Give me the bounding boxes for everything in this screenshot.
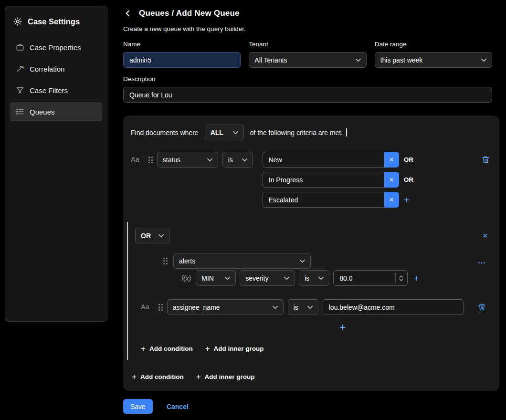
function-condition-row: f(x) MIN severity is [135,270,492,286]
app: Case Settings Case Properties Correlatio… [0,0,506,420]
chevron-down-icon [233,131,238,135]
value-row: × OR [263,172,413,188]
drag-handle-icon[interactable] [163,258,168,264]
chevron-down-icon [225,276,230,280]
subfield-select[interactable]: severity [240,270,295,286]
chevron-down-icon [158,234,164,238]
chevron-down-icon [207,158,212,162]
text-type-indicator: Aa [141,299,149,315]
condition-row-assignee: Aa assignee_name is [135,299,492,315]
save-button[interactable]: Save [123,399,153,414]
drag-handle-icon[interactable] [158,304,163,311]
add-value-button[interactable]: + [404,195,410,205]
chevron-down-icon [284,276,289,280]
assignee-field-value: assignee_name [173,304,220,311]
sidebar-item-correlation[interactable]: Correlation [10,59,102,78]
name-input[interactable] [123,52,241,68]
add-inner-group-button[interactable]: + Add inner group [205,345,264,352]
match-mode-select[interactable]: ALL [205,125,244,140]
filter-icon [16,86,24,94]
divider [144,156,144,164]
sidebar-item-case-filters[interactable]: Case Filters [10,81,102,100]
value-input[interactable] [263,172,384,188]
chevron-down-icon [307,305,313,309]
description-label: Description [123,75,492,83]
chevron-down-icon [300,259,305,263]
chevron-down-icon [356,58,361,62]
operator-select-value: is [305,274,309,282]
or-joiner-label: OR [404,156,413,163]
delete-condition-button[interactable] [482,156,490,164]
plus-icon: + [132,373,137,380]
pickaxe-icon [16,64,24,73]
function-select-value: MIN [201,274,214,282]
remove-value-button[interactable]: × [384,152,399,168]
group-add-row: + Add condition + Add inner group [135,345,492,352]
chevron-down-icon [273,305,278,309]
description-input[interactable] [123,87,492,103]
delete-condition-button[interactable] [478,303,486,311]
sidebar-item-case-properties[interactable]: Case Properties [10,38,102,57]
remove-value-button[interactable]: × [384,192,399,208]
root-add-row: + Add condition + Add inner group [131,373,492,380]
find-prefix: Find documents where [131,129,199,136]
date-range-select-value: this past week [380,56,423,64]
remove-group-button[interactable]: × [483,231,488,240]
drag-handle-icon[interactable] [148,157,153,163]
assignee-field-select[interactable]: assignee_name [167,299,284,315]
add-value-row: + [135,323,492,333]
match-mode-row: Find documents where ALL of the followin… [131,125,492,140]
field-select[interactable]: status [157,152,218,168]
query-builder: Find documents where ALL of the followin… [123,116,499,391]
assignee-value-input[interactable] [323,299,464,315]
add-condition-button[interactable]: + Add condition [132,373,184,380]
page-header: Queues / Add New Queue [123,9,499,18]
date-range-label: Date range [375,41,492,48]
value-input[interactable] [263,152,384,168]
chevron-down-icon [318,276,324,280]
value-input[interactable] [263,192,384,208]
sidebar: Case Settings Case Properties Correlatio… [5,6,107,322]
operator-select[interactable]: is [222,152,253,168]
plus-icon: + [141,345,146,352]
add-value-to-group-button[interactable]: + [339,321,346,334]
operator-select-value: is [294,304,298,311]
function-select[interactable]: MIN [196,270,236,286]
chevron-down-icon [242,158,247,162]
add-function-condition-button[interactable]: + [413,273,419,283]
condition-row-status: Aa status is × OR [131,152,492,208]
tenant-select[interactable]: All Tenants [249,52,366,68]
more-options-button[interactable]: ... [478,259,486,263]
stepper-icons[interactable] [395,273,403,284]
text-type-indicator: Aa [131,152,139,168]
list-icon [16,107,24,116]
field-select-value: status [163,156,180,164]
alerts-field-select[interactable]: alerts [173,253,311,269]
sidebar-item-label: Correlation [30,65,64,73]
operator-select-value: is [228,156,233,164]
tenant-label: Tenant [249,41,366,48]
alerts-field-value: alerts [179,257,195,265]
number-input[interactable] [339,274,395,282]
add-inner-group-button[interactable]: + Add inner group [196,373,255,380]
chevron-down-icon [481,58,486,62]
back-button[interactable] [123,9,133,18]
value-row: × OR [263,152,413,168]
group-operator-select[interactable]: OR [135,228,169,243]
sidebar-item-label: Case Filters [30,86,68,94]
sidebar-item-queues[interactable]: Queues [10,102,102,121]
gear-icon [13,17,22,26]
add-inner-group-label: Add inner group [205,373,255,380]
operator-select[interactable]: is [299,270,329,286]
add-condition-button[interactable]: + Add condition [141,345,193,352]
sidebar-header: Case Settings [10,14,102,38]
operator-select[interactable]: is [288,299,318,315]
briefcase-icon [16,43,24,52]
date-range-select[interactable]: this past week [375,52,492,68]
match-mode-value: ALL [211,129,223,136]
cancel-button[interactable]: Cancel [167,403,189,410]
add-inner-group-label: Add inner group [214,345,264,352]
sidebar-item-label: Case Properties [30,43,81,52]
remove-value-button[interactable]: × [384,172,399,188]
name-label: Name [123,41,241,48]
